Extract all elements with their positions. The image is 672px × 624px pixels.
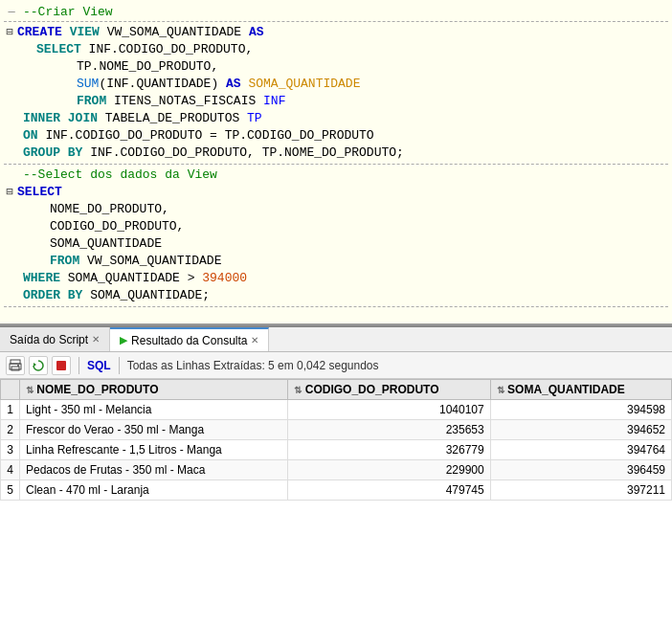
code-line-19: ORDER BY SOMA_QUANTIDADE;: [0, 287, 672, 304]
gutter-6: [4, 76, 19, 93]
kw-on: ON: [23, 127, 38, 145]
cell-codigo-1: 1040107: [288, 400, 490, 420]
row-num-5: 5: [1, 480, 20, 501]
gutter-12: [4, 167, 19, 184]
txt-order-by: SOMA_QUANTIDADE;: [82, 287, 210, 304]
tab-saida[interactable]: Saída do Script ✕: [0, 327, 110, 351]
bottom-section: Saída do Script ✕ ▶ Resultado da Consult…: [0, 325, 672, 501]
result-toolbar: SQL Todas as Linhas Extraídas: 5 em 0,04…: [0, 352, 672, 379]
table-row: 2 Frescor do Verao - 350 ml - Manga 2356…: [1, 420, 672, 440]
cell-codigo-2: 235653: [288, 420, 490, 440]
toolbar-refresh-icon[interactable]: [29, 356, 48, 375]
toolbar-sep-1: [78, 357, 79, 374]
txt-inf1: INF.CODIGO_DO_PRODUTO,: [81, 41, 253, 58]
kw-from2: FROM: [50, 253, 79, 270]
row-num-4: 4: [1, 460, 20, 480]
result-table: ⇅ NOME_DO_PRODUTO ⇅ CODIGO_DO_PRODUTO ⇅ …: [0, 379, 672, 501]
kw-order: ORDER BY: [23, 287, 82, 304]
kw-create: CREATE: [17, 24, 62, 41]
kw-as2: AS: [226, 76, 241, 93]
svg-rect-5: [56, 361, 66, 370]
sort-icon-soma: ⇅: [497, 385, 504, 395]
gutter-17: [4, 253, 19, 270]
svg-marker-4: [34, 363, 36, 367]
txt-number: 394000: [202, 270, 247, 287]
gutter-7: [4, 93, 19, 110]
comment-criar-view: --Criar View: [23, 4, 113, 21]
kw-group: GROUP BY: [23, 145, 82, 162]
code-line-15: CODIGO_DO_PRODUTO,: [0, 218, 672, 235]
code-line-12: --Select dos dados da View: [0, 167, 672, 184]
cell-soma-5: 397211: [490, 480, 671, 501]
kw-select2: SELECT: [17, 184, 62, 201]
tabs-bar: Saída do Script ✕ ▶ Resultado da Consult…: [0, 327, 672, 352]
code-line-7: FROM ITENS_NOTAS_FISCAIS INF: [0, 93, 672, 110]
table-header-row: ⇅ NOME_DO_PRODUTO ⇅ CODIGO_DO_PRODUTO ⇅ …: [1, 380, 672, 400]
code-editor[interactable]: ─ --Criar View ⊟ CREATE VIEW VW_SOMA_QUA…: [0, 0, 672, 325]
kw-select1: SELECT: [36, 41, 81, 58]
gutter-16: [4, 235, 19, 253]
separator-3: [4, 306, 668, 307]
gutter-18: [4, 270, 19, 287]
play-icon: ▶: [120, 334, 127, 346]
collapse-2[interactable]: ⊟: [4, 184, 15, 201]
th-soma-label: SOMA_QUANTIDADE: [507, 383, 625, 396]
row-num-1: 1: [1, 400, 20, 420]
txt-view: [62, 24, 70, 41]
table-row: 4 Pedacos de Frutas - 350 ml - Maca 2299…: [1, 460, 672, 480]
code-line-10: GROUP BY INF.CODIGO_DO_PRODUTO, TP.NOME_…: [0, 145, 672, 162]
gutter-19: [4, 287, 19, 304]
gutter-4: [4, 41, 19, 58]
cell-codigo-5: 479745: [288, 480, 490, 501]
comment-select-view: --Select dos dados da View: [23, 167, 217, 184]
toolbar-stop-icon[interactable]: [52, 356, 71, 375]
gutter-15: [4, 218, 19, 235]
cell-soma-3: 394764: [490, 440, 671, 460]
toolbar-print-icon[interactable]: [6, 356, 25, 375]
txt-group-by: INF.CODIGO_DO_PRODUTO, TP.NOME_DO_PRODUT…: [82, 145, 403, 162]
cell-codigo-4: 229900: [288, 460, 490, 480]
txt-sum-args: (INF.QUANTIDADE): [99, 76, 226, 93]
code-line-9: ON INF.CODIGO_DO_PRODUTO = TP.CODIGO_DO_…: [0, 127, 672, 145]
tab-saida-close[interactable]: ✕: [92, 334, 100, 345]
txt-on-cond: INF.CODIGO_DO_PRODUTO = TP.CODIGO_DO_PRO…: [38, 127, 374, 145]
txt-soma: SOMA_QUANTIDADE: [50, 235, 162, 253]
code-line-5: TP.NOME_DO_PRODUTO,: [0, 58, 672, 76]
code-line-18: WHERE SOMA_QUANTIDADE > 394000: [0, 270, 672, 287]
code-line-17: FROM VW_SOMA_QUANTIDADE: [0, 253, 672, 270]
code-line-3: ⊟ CREATE VIEW VW_SOMA_QUANTIDADE AS: [0, 24, 672, 41]
gutter-14: [4, 201, 19, 218]
code-line-8: INNER JOIN TABELA_DE_PRODUTOS TP: [0, 110, 672, 127]
table-body: 1 Light - 350 ml - Melancia 1040107 3945…: [1, 400, 672, 501]
tab-saida-label: Saída do Script: [10, 333, 88, 346]
table-row: 5 Clean - 470 ml - Laranja 479745 397211: [1, 480, 672, 501]
tab-resultado-close[interactable]: ✕: [251, 335, 258, 345]
cell-nome-4: Pedacos de Frutas - 350 ml - Maca: [20, 460, 288, 480]
gutter-10: [4, 145, 19, 162]
toolbar-sql-label: SQL: [87, 359, 111, 372]
sort-icon-codigo: ⇅: [294, 385, 302, 395]
kw-where: WHERE: [23, 270, 60, 287]
tab-resultado[interactable]: ▶ Resultado da Consulta ✕: [110, 327, 269, 351]
txt-soma-qty: SOMA_QUANTIDADE: [241, 76, 361, 93]
collapse-1[interactable]: ⊟: [4, 24, 15, 41]
gutter-9: [4, 127, 19, 145]
txt-tabela: TABELA_DE_PRODUTOS: [98, 110, 247, 127]
code-line-13: ⊟ SELECT: [0, 184, 672, 201]
th-codigo-produto[interactable]: ⇅ CODIGO_DO_PRODUTO: [288, 380, 490, 400]
row-num-3: 3: [1, 440, 20, 460]
th-nome-produto[interactable]: ⇅ NOME_DO_PRODUTO: [20, 380, 288, 400]
cell-nome-1: Light - 350 ml - Melancia: [20, 400, 288, 420]
table-row: 1 Light - 350 ml - Melancia 1040107 3945…: [1, 400, 672, 420]
row-num-2: 2: [1, 420, 20, 440]
cell-soma-1: 394598: [490, 400, 671, 420]
cell-codigo-3: 326779: [288, 440, 490, 460]
kw-view1: VIEW: [70, 24, 100, 41]
th-nome-label: NOME_DO_PRODUTO: [36, 383, 158, 396]
txt-from1: ITENS_NOTAS_FISCAIS: [106, 93, 263, 110]
th-soma-quantidade[interactable]: ⇅ SOMA_QUANTIDADE: [490, 380, 671, 400]
code-line-14: NOME_DO_PRODUTO,: [0, 201, 672, 218]
toolbar-sep-2: [119, 357, 120, 374]
table-row: 3 Linha Refrescante - 1,5 Litros - Manga…: [1, 440, 672, 460]
cell-soma-2: 394652: [490, 420, 671, 440]
